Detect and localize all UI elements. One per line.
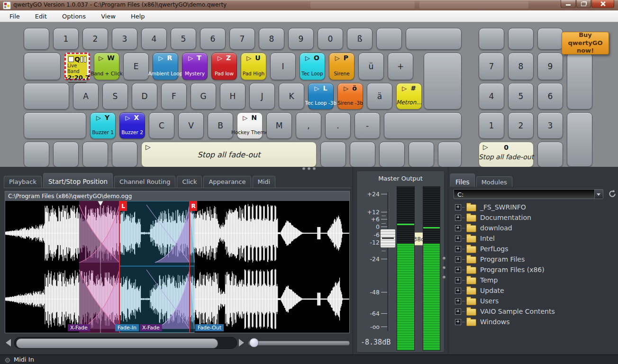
- key-numpad-0-stop-all[interactable]: ▷0Stop all fade-out: [479, 142, 534, 167]
- key-R[interactable]: ▷RAmbient Loop: [153, 53, 178, 80]
- tree-item-program-files-x86-[interactable]: Program Files (x86): [452, 264, 615, 275]
- expand-plus-icon[interactable]: [455, 288, 461, 294]
- key-Z[interactable]: ▷ZPad low: [211, 53, 237, 80]
- key-C[interactable]: C: [149, 112, 174, 139]
- key-J[interactable]: J: [249, 83, 275, 109]
- key-ö[interactable]: ▷öSirene -3b: [337, 83, 363, 109]
- key-Y[interactable]: ▷YBuzzer 1: [90, 112, 116, 139]
- key-L[interactable]: ▷LTec Loop -3b: [308, 83, 334, 109]
- key-blank[interactable]: [537, 142, 563, 167]
- tab-click[interactable]: Click: [177, 176, 202, 188]
- master-fader-handle[interactable]: [380, 229, 396, 248]
- key-1[interactable]: 1: [53, 28, 79, 50]
- zoom-slider[interactable]: [248, 341, 350, 346]
- key-ß[interactable]: ß: [347, 28, 373, 50]
- expand-plus-icon[interactable]: [455, 246, 461, 252]
- wave-scrollbar[interactable]: [14, 337, 237, 349]
- key-G[interactable]: G: [191, 83, 216, 109]
- key-B[interactable]: B: [208, 112, 233, 139]
- key-6[interactable]: 6: [537, 83, 563, 109]
- key-blank[interactable]: [112, 142, 137, 167]
- key-5[interactable]: 5: [171, 28, 196, 50]
- drive-select[interactable]: C:: [454, 189, 603, 199]
- expand-plus-icon[interactable]: [455, 236, 461, 242]
- key-blank[interactable]: [350, 142, 375, 167]
- close-button[interactable]: [591, 0, 614, 8]
- key-8[interactable]: 8: [259, 28, 284, 50]
- expand-plus-icon[interactable]: [455, 225, 461, 231]
- expand-plus-icon[interactable]: [455, 309, 461, 315]
- key-D[interactable]: D: [132, 83, 157, 109]
- key-V[interactable]: V: [178, 112, 204, 139]
- key-E[interactable]: E: [123, 53, 149, 80]
- key-T[interactable]: ▷TMystery: [182, 53, 208, 80]
- key-+[interactable]: +: [388, 53, 413, 80]
- key-blank[interactable]: [24, 83, 69, 109]
- key-X[interactable]: ▷XBuzzer 2: [119, 112, 145, 139]
- tree-item-perflogs[interactable]: PerfLogs: [452, 244, 615, 254]
- waveform-display[interactable]: LR X-FadeFade-InX-FadeFade-Out: [5, 201, 350, 333]
- key-K[interactable]: K: [279, 83, 304, 109]
- key-9[interactable]: 9: [288, 28, 314, 50]
- expand-plus-icon[interactable]: [455, 298, 461, 304]
- tab-midi[interactable]: Midi: [253, 176, 276, 188]
- menu-view[interactable]: View: [95, 11, 121, 21]
- key-M[interactable]: M: [266, 112, 292, 139]
- tree-item-temp[interactable]: Temp: [452, 275, 615, 285]
- menu-edit[interactable]: Edit: [29, 11, 53, 21]
- expand-plus-icon[interactable]: [455, 204, 461, 210]
- key-7[interactable]: 7: [479, 53, 504, 80]
- key-P[interactable]: ▷PSirene: [329, 53, 354, 80]
- expand-plus-icon[interactable]: [455, 277, 461, 283]
- tree-item-documentation[interactable]: Documentation: [452, 212, 615, 223]
- key-O[interactable]: ▷OTec Loop: [300, 53, 325, 80]
- zoom-slider-knob[interactable]: [249, 338, 259, 347]
- key-7[interactable]: 7: [229, 28, 255, 50]
- key-H[interactable]: H: [220, 83, 245, 109]
- key-8[interactable]: 8: [508, 53, 534, 80]
- key-blank[interactable]: [384, 112, 462, 139]
- tree-item--fs-swrinfo[interactable]: _FS_SWRINFO: [452, 202, 615, 212]
- expand-plus-icon[interactable]: [455, 267, 461, 273]
- key-N[interactable]: ▷NHockey Theme: [237, 112, 263, 139]
- key-blank[interactable]: [409, 142, 434, 167]
- key-5[interactable]: 5: [508, 83, 534, 109]
- buy-qwertygo-button[interactable]: Buy qwertyGO now!: [562, 32, 609, 55]
- key-space-stop-all[interactable]: ▷Stop all fade-out: [141, 142, 317, 167]
- scroll-left-arrow[interactable]: [6, 339, 11, 346]
- tree-item-intel[interactable]: Intel: [452, 233, 615, 244]
- key-Q-active[interactable]: QLive Band-2:20.7: [64, 53, 90, 80]
- key-,[interactable]: ,: [296, 112, 321, 139]
- tree-item-users[interactable]: Users: [452, 296, 615, 306]
- key-4[interactable]: 4: [141, 28, 167, 50]
- tab-channel-routing[interactable]: Channel Routing: [114, 176, 175, 188]
- key-#[interactable]: ▷#Metron...: [396, 83, 422, 109]
- key-3[interactable]: 3: [537, 112, 563, 139]
- horizontal-splitter-grip[interactable]: [302, 167, 316, 170]
- expand-plus-icon[interactable]: [455, 256, 461, 263]
- menu-help[interactable]: Help: [125, 11, 151, 21]
- key-blank[interactable]: [406, 28, 462, 50]
- key-2[interactable]: 2: [508, 112, 534, 139]
- key--[interactable]: -: [354, 112, 380, 139]
- key-blank[interactable]: [508, 28, 534, 50]
- key-3[interactable]: 3: [112, 28, 137, 50]
- key-blank[interactable]: [379, 142, 405, 167]
- key-numpad-enter[interactable]: [567, 112, 592, 167]
- key-blank[interactable]: [24, 142, 49, 167]
- key-blank[interactable]: [24, 53, 61, 80]
- tree-item-program-files[interactable]: Program Files: [452, 254, 615, 264]
- chevron-down-icon[interactable]: [594, 190, 603, 199]
- key-blank[interactable]: [537, 28, 563, 50]
- key-blank[interactable]: [53, 142, 79, 167]
- key-blank[interactable]: [320, 142, 346, 167]
- menu-file[interactable]: File: [4, 11, 26, 21]
- tree-item-update[interactable]: Update: [452, 285, 615, 296]
- vertical-splitter-grip[interactable]: [443, 257, 445, 279]
- key-A[interactable]: A: [73, 83, 99, 109]
- key-.[interactable]: .: [325, 112, 351, 139]
- key-I[interactable]: I: [270, 53, 296, 80]
- key-enter[interactable]: [424, 53, 462, 109]
- key-1[interactable]: 1: [479, 112, 504, 139]
- wave-scrollbar-thumb[interactable]: [16, 338, 218, 348]
